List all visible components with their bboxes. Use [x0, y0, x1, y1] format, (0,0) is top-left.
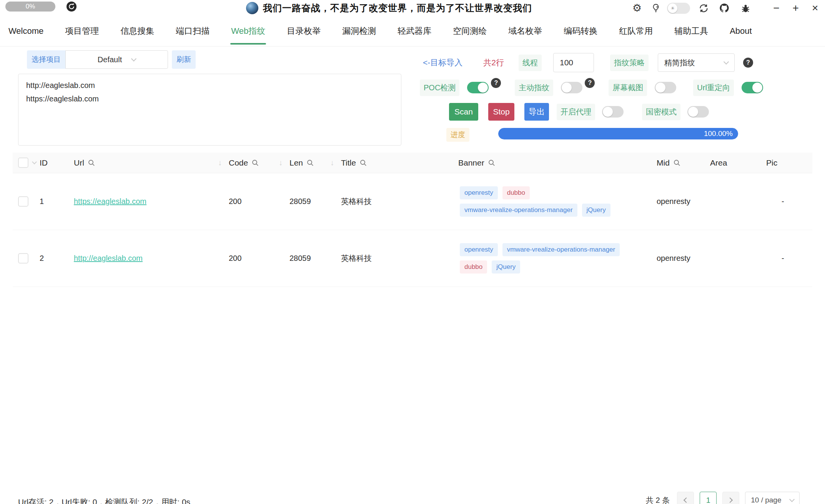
banner-tag[interactable]: dubbo — [460, 260, 487, 274]
progress-value: 100.00% — [704, 129, 733, 138]
nav-tab-10[interactable]: 编码转换 — [564, 16, 597, 46]
nav-tab-8[interactable]: 空间测绘 — [453, 16, 487, 46]
search-icon[interactable] — [251, 159, 259, 167]
active-fingerprint-toggle[interactable] — [561, 82, 582, 93]
titlebar: 0% 我们一路奋战，不是为了改变世界，而是为了不让世界改变我们 ⚙ ☀ — [0, 0, 825, 16]
banner-tag[interactable]: jQuery — [492, 260, 520, 274]
banner-tag[interactable]: openresty — [460, 243, 498, 256]
row-select-cell — [13, 230, 40, 287]
cell-pic: - — [755, 254, 812, 263]
search-icon[interactable] — [88, 159, 95, 167]
cell-title: 英格科技 — [341, 253, 453, 264]
nav-tab-4[interactable]: Web指纹 — [231, 16, 265, 46]
select-project-button[interactable]: 选择项目 — [27, 50, 65, 69]
nav-tab-11[interactable]: 红队常用 — [619, 16, 653, 46]
next-page-button[interactable] — [722, 492, 739, 504]
col-label: Url — [74, 158, 84, 167]
nav-tab-2[interactable]: 信息搜集 — [120, 16, 154, 46]
select-all-cell — [13, 153, 40, 173]
threads-input[interactable] — [553, 53, 594, 72]
col-label: ID — [40, 158, 48, 167]
nav-tab-6[interactable]: 漏洞检测 — [342, 16, 376, 46]
page-size-value: 10 / page — [751, 496, 781, 504]
nav-tab-12[interactable]: 辅助工具 — [674, 16, 708, 46]
col-label: Title — [341, 158, 356, 167]
prev-page-button[interactable] — [677, 492, 694, 504]
sync-icon[interactable] — [699, 3, 709, 13]
col-label: Len — [289, 158, 303, 167]
col-header-pic: Pic — [755, 153, 812, 173]
select-all-checkbox[interactable] — [18, 158, 28, 168]
cell-title: 英格科技 — [341, 196, 453, 207]
export-button[interactable]: 导出 — [524, 103, 549, 121]
lightbulb-icon[interactable] — [651, 3, 661, 13]
page-size-select[interactable]: 10 / page — [745, 492, 800, 504]
cell-len: 28059 — [289, 254, 341, 263]
project-select[interactable]: Default — [65, 50, 168, 69]
cell-id: 2 — [40, 254, 74, 263]
theme-toggle[interactable]: ☀ — [667, 3, 690, 14]
sort-arrow-icon[interactable]: ↓ — [279, 158, 283, 167]
nav-tab-7[interactable]: 轻武器库 — [398, 16, 431, 46]
nav-tab-0[interactable]: Welcome — [8, 16, 43, 46]
col-label: Area — [710, 158, 727, 167]
banner-tag[interactable]: openresty — [460, 186, 498, 199]
table-row-1: 1https://eagleslab.com20028059英格科技openre… — [13, 173, 812, 230]
proxy-toggle[interactable] — [602, 106, 624, 118]
chevron-down-icon — [131, 56, 136, 61]
target-import-link[interactable]: <-目标导入 — [423, 57, 462, 68]
maximize-button[interactable]: + — [793, 0, 799, 16]
poc-detect-toggle[interactable] — [467, 82, 489, 93]
scan-button[interactable]: Scan — [449, 103, 478, 121]
row-checkbox[interactable] — [18, 253, 28, 264]
nav-tab-5[interactable]: 目录枚举 — [287, 16, 321, 46]
nav-tabs: Welcome项目管理信息搜集端口扫描Web指纹目录枚举漏洞检测轻武器库空间测绘… — [0, 16, 825, 46]
progress-bar: 100.00% — [498, 128, 738, 139]
results-table: IDUrl↓Code↓Len↓TitleBannerMidAreaPic 1ht… — [13, 153, 812, 287]
banner-tag[interactable]: vmware-vrealize-operations-manager — [502, 243, 620, 256]
nav-tab-3[interactable]: 端口扫描 — [176, 16, 210, 46]
refresh-button[interactable]: 刷新 — [172, 50, 196, 69]
strategy-help-icon[interactable]: ? — [743, 58, 753, 68]
strategy-select-value: 精简指纹 — [664, 58, 695, 68]
search-icon[interactable] — [673, 159, 681, 167]
line-count: 共2行 — [483, 57, 504, 68]
nav-tab-13[interactable]: About — [730, 16, 752, 46]
search-icon[interactable] — [359, 159, 367, 167]
current-page-button[interactable]: 1 — [700, 492, 717, 504]
gm-mode-toggle[interactable] — [687, 106, 709, 118]
col-label: Pic — [766, 158, 777, 167]
active-fingerprint-help-icon[interactable]: ? — [585, 78, 595, 88]
close-button[interactable]: × — [812, 0, 818, 16]
update-check-icon[interactable] — [66, 1, 77, 13]
selection-chevron-icon[interactable] — [32, 159, 37, 164]
nav-tab-1[interactable]: 项目管理 — [65, 16, 99, 46]
banner-tag[interactable]: jQuery — [582, 204, 610, 217]
sort-arrow-icon[interactable]: ↓ — [330, 158, 334, 167]
bug-icon[interactable] — [740, 3, 751, 13]
targets-textarea[interactable]: http://eagleslab.com https://eagleslab.c… — [18, 74, 401, 146]
col-header-banner: Banner — [453, 153, 651, 173]
banner-tag[interactable]: vmware-vrealize-operations-manager — [460, 204, 577, 217]
cell-mid: openresty — [651, 254, 710, 263]
strategy-select[interactable]: 精简指纹 — [658, 53, 735, 72]
url-redirect-toggle[interactable] — [742, 82, 763, 93]
settings-icon[interactable]: ⚙ — [632, 2, 642, 14]
cell-code: 200 — [229, 254, 289, 263]
url-redirect-label: Url重定向 — [693, 80, 734, 96]
url-link[interactable]: https://eagleslab.com — [74, 197, 146, 206]
stop-button[interactable]: Stop — [488, 103, 514, 121]
sort-arrow-icon[interactable]: ↓ — [218, 158, 222, 167]
chevron-down-icon — [724, 59, 729, 64]
banner-tag[interactable]: dubbo — [502, 186, 530, 199]
col-header-url: Url↓ — [74, 153, 229, 173]
search-icon[interactable] — [488, 159, 496, 167]
url-link[interactable]: http://eagleslab.com — [74, 254, 143, 262]
minimize-button[interactable]: − — [773, 0, 779, 16]
screenshot-toggle[interactable] — [655, 82, 676, 93]
github-icon[interactable] — [719, 3, 730, 13]
poc-help-icon[interactable]: ? — [491, 78, 501, 88]
nav-tab-9[interactable]: 域名枚举 — [508, 16, 542, 46]
search-icon[interactable] — [306, 159, 314, 167]
row-checkbox[interactable] — [18, 196, 28, 207]
